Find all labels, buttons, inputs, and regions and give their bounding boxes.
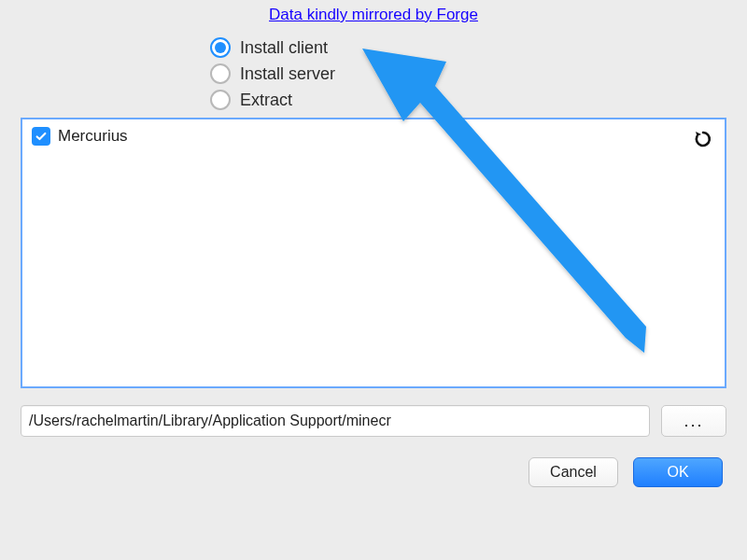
ok-button[interactable]: OK [633, 457, 723, 487]
cancel-button[interactable]: Cancel [529, 457, 618, 487]
mirror-link[interactable]: Data kindly mirrored by Forge [269, 6, 478, 23]
list-item-label: Mercurius [58, 127, 128, 146]
refresh-icon[interactable] [691, 127, 715, 151]
radio-icon [210, 63, 231, 84]
list-item[interactable]: Mercurius [32, 127, 715, 146]
radio-label: Install client [240, 38, 328, 58]
radio-install-client[interactable]: Install client [210, 37, 747, 58]
install-mode-radio-group: Install client Install server Extract [210, 37, 747, 110]
mirror-link-container: Data kindly mirrored by Forge [0, 0, 747, 24]
radio-label: Install server [240, 64, 335, 84]
browse-button[interactable]: ... [661, 405, 726, 437]
checkbox-checked-icon[interactable] [32, 127, 50, 146]
dialog-buttons: Cancel OK [0, 457, 723, 487]
install-path-input[interactable] [21, 405, 650, 437]
radio-extract[interactable]: Extract [210, 90, 747, 110]
install-path-row: ... [21, 405, 726, 437]
radio-icon [210, 37, 231, 58]
radio-install-server[interactable]: Install server [210, 63, 747, 84]
radio-icon [210, 90, 231, 110]
radio-label: Extract [240, 91, 292, 110]
mods-list-panel: Mercurius [21, 118, 726, 388]
